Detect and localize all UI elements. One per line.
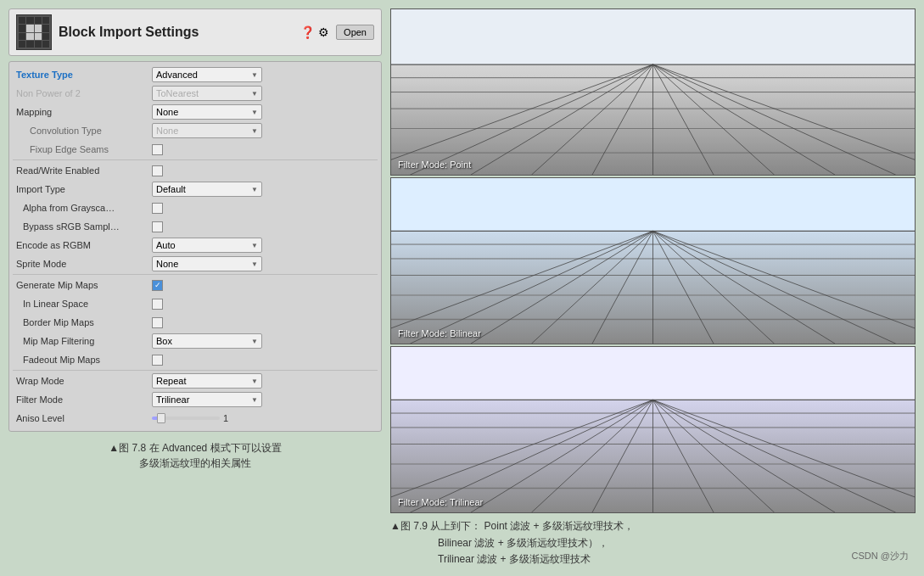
wrap-mode-dropdown[interactable]: Repeat ▼: [152, 373, 262, 389]
preview-point-label: Filter Mode: Point: [398, 159, 471, 170]
aniso-value: 1: [223, 413, 228, 423]
help-icon[interactable]: ❓: [300, 25, 315, 39]
dropdown-arrow7: ▼: [251, 260, 258, 268]
convolution-dropdown[interactable]: None ▼: [152, 123, 262, 138]
left-caption: ▲图 7.8 在 Advanced 模式下可以设置 多级渐远纹理的相关属性: [8, 440, 382, 471]
left-fig-line2: 多级渐远纹理的相关属性: [8, 456, 382, 471]
alpha-label: Alpha from Graysca…: [16, 203, 152, 213]
alpha-checkbox[interactable]: [152, 203, 163, 214]
import-type-dropdown[interactable]: Default ▼: [152, 182, 262, 197]
sprite-label: Sprite Mode: [16, 259, 152, 269]
block-import-header: Block Import Settings ❓ ⚙ Open: [8, 8, 382, 56]
alpha-row: Alpha from Graysca…: [13, 199, 378, 217]
non-power-label: Non Power of 2: [16, 88, 152, 98]
preview-images: Filter Mode: Point: [390, 8, 916, 513]
texture-type-label: Texture Type: [16, 70, 152, 80]
dropdown-arrow4: ▼: [251, 127, 258, 135]
mapping-dropdown[interactable]: None ▼: [152, 104, 262, 120]
header-icons: ❓ ⚙: [300, 25, 329, 39]
mapping-label: Mapping: [16, 107, 152, 117]
filter-mode-row: Filter Mode Trilinear ▼: [13, 390, 378, 409]
wrap-mode-row: Wrap Mode Repeat ▼: [13, 372, 378, 390]
import-type-row: Import Type Default ▼: [13, 180, 378, 199]
encode-label: Encode as RGBM: [16, 240, 152, 250]
fadeout-label: Fadeout Mip Maps: [16, 355, 152, 365]
convolution-row: Convolution Type None ▼: [13, 121, 378, 140]
readwrite-label: Read/Write Enabled: [16, 165, 152, 176]
mip-filtering-label: Mip Map Filtering: [16, 336, 152, 346]
left-panel: Block Import Settings ❓ ⚙ Open Texture T…: [8, 8, 382, 568]
right-fig-line3: Trilinear 滤波 + 多级渐远纹理技术: [390, 551, 916, 568]
border-mip-label: Border Mip Maps: [16, 317, 152, 327]
mapping-row: Mapping None ▼: [13, 103, 378, 121]
border-mip-checkbox[interactable]: [152, 317, 163, 328]
linear-space-row: In Linear Space: [13, 294, 378, 313]
non-power-dropdown[interactable]: ToNearest ▼: [152, 86, 262, 101]
encode-dropdown[interactable]: Auto ▼: [152, 238, 262, 253]
readwrite-checkbox[interactable]: [152, 165, 163, 176]
generate-mip-row: Generate Mip Maps: [13, 276, 378, 294]
sprite-row: Sprite Mode None ▼: [13, 254, 378, 273]
aniso-slider-container: 1: [152, 413, 228, 423]
aniso-slider[interactable]: [152, 417, 220, 420]
border-mip-row: Border Mip Maps: [13, 313, 378, 332]
dropdown-arrow2: ▼: [251, 90, 258, 98]
linear-space-checkbox[interactable]: [152, 299, 163, 310]
fixup-row: Fixup Edge Seams: [13, 140, 378, 159]
fixup-checkbox[interactable]: [152, 144, 163, 155]
dropdown-arrow5: ▼: [251, 186, 258, 193]
dropdown-arrow8: ▼: [251, 338, 258, 345]
header-title: Block Import Settings: [59, 25, 294, 40]
svg-rect-41: [391, 347, 915, 400]
right-panel: Filter Mode: Point: [390, 8, 916, 568]
mip-filtering-row: Mip Map Filtering Box ▼: [13, 332, 378, 350]
dropdown-arrow6: ▼: [251, 242, 258, 249]
fixup-label: Fixup Edge Seams: [16, 144, 152, 154]
mip-filtering-dropdown[interactable]: Box ▼: [152, 333, 262, 349]
right-fig-line1: ▲图 7.9 从上到下： Point 滤波 + 多级渐远纹理技术，: [390, 518, 916, 534]
texture-type-dropdown[interactable]: Advanced ▼: [152, 67, 262, 82]
bypass-label: Bypass sRGB Sampl…: [16, 221, 152, 232]
filter-mode-label: Filter Mode: [16, 394, 152, 405]
dropdown-arrow9: ▼: [251, 377, 258, 385]
preview-point: Filter Mode: Point: [390, 8, 916, 176]
bypass-checkbox[interactable]: [152, 221, 163, 232]
preview-trilinear-label: Filter Mode: Trilinear: [398, 497, 483, 507]
generate-mip-checkbox[interactable]: [152, 280, 163, 291]
left-fig-line1: ▲图 7.8 在 Advanced 模式下可以设置: [8, 440, 382, 456]
import-type-label: Import Type: [16, 184, 152, 194]
fadeout-row: Fadeout Mip Maps: [13, 350, 378, 369]
non-power-row: Non Power of 2 ToNearest ▼: [13, 84, 378, 103]
aniso-label: Aniso Level: [16, 413, 152, 423]
bypass-row: Bypass sRGB Sampl…: [13, 217, 378, 236]
readwrite-row: Read/Write Enabled: [13, 161, 378, 180]
filter-mode-dropdown[interactable]: Trilinear ▼: [152, 392, 262, 407]
sprite-dropdown[interactable]: None ▼: [152, 256, 262, 271]
fadeout-checkbox[interactable]: [152, 355, 163, 366]
open-button[interactable]: Open: [336, 25, 374, 40]
preview-bilinear-label: Filter Mode: Bilinear: [398, 328, 481, 338]
gear-icon[interactable]: ⚙: [318, 25, 329, 39]
aniso-row: Aniso Level 1: [13, 409, 378, 428]
convolution-label: Convolution Type: [16, 126, 152, 136]
generate-mip-label: Generate Mip Maps: [16, 280, 152, 290]
dropdown-arrow3: ▼: [251, 109, 258, 116]
right-fig-line2: Bilinear 滤波 + 多级渐远纹理技术），: [390, 535, 916, 551]
texture-type-row: Texture Type Advanced ▼: [13, 65, 378, 84]
dropdown-arrow: ▼: [251, 71, 258, 79]
right-caption: ▲图 7.9 从上到下： Point 滤波 + 多级渐远纹理技术， Biline…: [390, 518, 916, 568]
encode-row: Encode as RGBM Auto ▼: [13, 236, 378, 254]
dropdown-arrow10: ▼: [251, 396, 258, 404]
linear-space-label: In Linear Space: [16, 299, 152, 309]
watermark: CSDN @沙力: [852, 549, 909, 564]
settings-panel: Texture Type Advanced ▼ Non Power of 2 T…: [8, 61, 382, 432]
preview-trilinear: Filter Mode: Trilinear: [390, 346, 916, 513]
svg-rect-22: [391, 178, 915, 231]
wrap-mode-label: Wrap Mode: [16, 376, 152, 386]
block-icon: [16, 14, 52, 50]
svg-rect-1: [391, 9, 915, 64]
preview-bilinear: Filter Mode: Bilinear: [390, 177, 916, 344]
